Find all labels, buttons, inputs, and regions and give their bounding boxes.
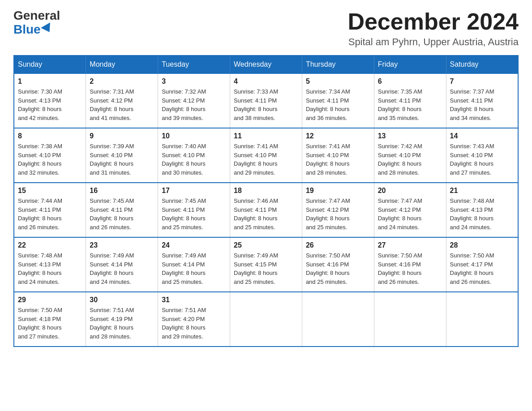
calendar-cell: 7 Sunrise: 7:37 AMSunset: 4:11 PMDayligh… bbox=[446, 73, 518, 128]
day-info: Sunrise: 7:41 AMSunset: 4:10 PMDaylight:… bbox=[306, 143, 350, 176]
day-info: Sunrise: 7:49 AMSunset: 4:14 PMDaylight:… bbox=[162, 252, 206, 285]
month-year-title: December 2024 bbox=[348, 9, 519, 34]
day-number: 18 bbox=[234, 187, 298, 195]
calendar-cell: 10 Sunrise: 7:40 AMSunset: 4:10 PMDaylig… bbox=[158, 128, 230, 183]
calendar-cell: 20 Sunrise: 7:47 AMSunset: 4:12 PMDaylig… bbox=[374, 183, 446, 237]
weekday-header-monday: Monday bbox=[86, 56, 158, 73]
calendar-cell: 21 Sunrise: 7:48 AMSunset: 4:13 PMDaylig… bbox=[446, 183, 518, 237]
day-info: Sunrise: 7:51 AMSunset: 4:20 PMDaylight:… bbox=[162, 307, 206, 340]
day-number: 16 bbox=[90, 187, 154, 195]
day-info: Sunrise: 7:40 AMSunset: 4:10 PMDaylight:… bbox=[162, 143, 206, 176]
calendar-cell: 12 Sunrise: 7:41 AMSunset: 4:10 PMDaylig… bbox=[302, 128, 374, 183]
calendar-cell: 29 Sunrise: 7:50 AMSunset: 4:18 PMDaylig… bbox=[14, 292, 86, 347]
day-info: Sunrise: 7:31 AMSunset: 4:12 PMDaylight:… bbox=[90, 88, 134, 121]
day-info: Sunrise: 7:46 AMSunset: 4:11 PMDaylight:… bbox=[234, 197, 278, 231]
day-info: Sunrise: 7:35 AMSunset: 4:11 PMDaylight:… bbox=[378, 88, 422, 121]
calendar-cell: 16 Sunrise: 7:45 AMSunset: 4:11 PMDaylig… bbox=[86, 183, 158, 237]
week-row-4: 22 Sunrise: 7:48 AMSunset: 4:13 PMDaylig… bbox=[14, 237, 518, 292]
calendar-cell: 28 Sunrise: 7:50 AMSunset: 4:17 PMDaylig… bbox=[446, 237, 518, 292]
calendar-cell: 25 Sunrise: 7:49 AMSunset: 4:15 PMDaylig… bbox=[230, 237, 302, 292]
calendar-cell: 22 Sunrise: 7:48 AMSunset: 4:13 PMDaylig… bbox=[14, 237, 86, 292]
day-number: 29 bbox=[18, 296, 82, 304]
calendar-cell: 19 Sunrise: 7:47 AMSunset: 4:12 PMDaylig… bbox=[302, 183, 374, 237]
weekday-header-saturday: Saturday bbox=[446, 56, 518, 73]
calendar-cell: 5 Sunrise: 7:34 AMSunset: 4:11 PMDayligh… bbox=[302, 73, 374, 128]
day-number: 24 bbox=[162, 241, 226, 249]
day-number: 25 bbox=[234, 241, 298, 249]
calendar-cell: 13 Sunrise: 7:42 AMSunset: 4:10 PMDaylig… bbox=[374, 128, 446, 183]
day-number: 17 bbox=[162, 187, 226, 195]
calendar-cell: 9 Sunrise: 7:39 AMSunset: 4:10 PMDayligh… bbox=[86, 128, 158, 183]
calendar-cell: 14 Sunrise: 7:43 AMSunset: 4:10 PMDaylig… bbox=[446, 128, 518, 183]
logo: General Blue bbox=[13, 9, 60, 37]
day-info: Sunrise: 7:50 AMSunset: 4:17 PMDaylight:… bbox=[450, 252, 494, 285]
day-info: Sunrise: 7:41 AMSunset: 4:10 PMDaylight:… bbox=[234, 143, 278, 176]
weekday-header-sunday: Sunday bbox=[14, 56, 86, 73]
day-info: Sunrise: 7:37 AMSunset: 4:11 PMDaylight:… bbox=[450, 88, 494, 121]
day-number: 11 bbox=[234, 132, 298, 140]
calendar-cell: 24 Sunrise: 7:49 AMSunset: 4:14 PMDaylig… bbox=[158, 237, 230, 292]
page-header: General Blue December 2024 Spital am Pyh… bbox=[13, 9, 519, 48]
day-number: 26 bbox=[306, 241, 370, 249]
day-info: Sunrise: 7:48 AMSunset: 4:13 PMDaylight:… bbox=[450, 197, 494, 231]
week-row-2: 8 Sunrise: 7:38 AMSunset: 4:10 PMDayligh… bbox=[14, 128, 518, 183]
calendar-cell: 3 Sunrise: 7:32 AMSunset: 4:12 PMDayligh… bbox=[158, 73, 230, 128]
calendar-cell: 27 Sunrise: 7:50 AMSunset: 4:16 PMDaylig… bbox=[374, 237, 446, 292]
day-number: 12 bbox=[306, 132, 370, 140]
calendar-cell bbox=[302, 292, 374, 347]
day-info: Sunrise: 7:33 AMSunset: 4:11 PMDaylight:… bbox=[234, 88, 278, 121]
calendar-cell: 1 Sunrise: 7:30 AMSunset: 4:13 PMDayligh… bbox=[14, 73, 86, 128]
calendar-cell: 31 Sunrise: 7:51 AMSunset: 4:20 PMDaylig… bbox=[158, 292, 230, 347]
calendar-cell: 6 Sunrise: 7:35 AMSunset: 4:11 PMDayligh… bbox=[374, 73, 446, 128]
day-number: 4 bbox=[234, 77, 298, 86]
weekday-header-friday: Friday bbox=[374, 56, 446, 73]
day-info: Sunrise: 7:30 AMSunset: 4:13 PMDaylight:… bbox=[18, 88, 62, 121]
calendar-cell: 4 Sunrise: 7:33 AMSunset: 4:11 PMDayligh… bbox=[230, 73, 302, 128]
calendar-cell: 18 Sunrise: 7:46 AMSunset: 4:11 PMDaylig… bbox=[230, 183, 302, 237]
logo-blue-text: Blue bbox=[13, 23, 60, 37]
day-info: Sunrise: 7:51 AMSunset: 4:19 PMDaylight:… bbox=[90, 307, 134, 340]
day-number: 22 bbox=[18, 241, 82, 249]
calendar-cell: 11 Sunrise: 7:41 AMSunset: 4:10 PMDaylig… bbox=[230, 128, 302, 183]
calendar-cell: 8 Sunrise: 7:38 AMSunset: 4:10 PMDayligh… bbox=[14, 128, 86, 183]
day-number: 31 bbox=[162, 296, 226, 304]
calendar-cell: 17 Sunrise: 7:45 AMSunset: 4:11 PMDaylig… bbox=[158, 183, 230, 237]
day-number: 27 bbox=[378, 241, 442, 249]
day-number: 9 bbox=[90, 132, 154, 140]
day-info: Sunrise: 7:47 AMSunset: 4:12 PMDaylight:… bbox=[378, 197, 422, 231]
day-info: Sunrise: 7:49 AMSunset: 4:15 PMDaylight:… bbox=[234, 252, 278, 285]
day-info: Sunrise: 7:38 AMSunset: 4:10 PMDaylight:… bbox=[18, 143, 62, 176]
day-number: 7 bbox=[450, 77, 514, 86]
day-number: 19 bbox=[306, 187, 370, 195]
day-info: Sunrise: 7:44 AMSunset: 4:11 PMDaylight:… bbox=[18, 197, 62, 231]
day-number: 20 bbox=[378, 187, 442, 195]
logo-triangle-icon bbox=[41, 22, 54, 35]
day-number: 30 bbox=[90, 296, 154, 304]
day-number: 13 bbox=[378, 132, 442, 140]
day-info: Sunrise: 7:49 AMSunset: 4:14 PMDaylight:… bbox=[90, 252, 134, 285]
calendar-cell: 26 Sunrise: 7:50 AMSunset: 4:16 PMDaylig… bbox=[302, 237, 374, 292]
weekday-header-tuesday: Tuesday bbox=[158, 56, 230, 73]
day-info: Sunrise: 7:50 AMSunset: 4:18 PMDaylight:… bbox=[18, 307, 62, 340]
day-info: Sunrise: 7:45 AMSunset: 4:11 PMDaylight:… bbox=[90, 197, 134, 231]
day-number: 14 bbox=[450, 132, 514, 140]
day-info: Sunrise: 7:48 AMSunset: 4:13 PMDaylight:… bbox=[18, 252, 62, 285]
calendar-table: SundayMondayTuesdayWednesdayThursdayFrid… bbox=[13, 55, 519, 347]
title-area: December 2024 Spital am Pyhrn, Upper Aus… bbox=[348, 9, 519, 48]
calendar-cell: 15 Sunrise: 7:44 AMSunset: 4:11 PMDaylig… bbox=[14, 183, 86, 237]
week-row-3: 15 Sunrise: 7:44 AMSunset: 4:11 PMDaylig… bbox=[14, 183, 518, 237]
weekday-header-row: SundayMondayTuesdayWednesdayThursdayFrid… bbox=[14, 56, 518, 73]
location-subtitle: Spital am Pyhrn, Upper Austria, Austria bbox=[348, 36, 519, 48]
day-number: 6 bbox=[378, 77, 442, 86]
day-info: Sunrise: 7:34 AMSunset: 4:11 PMDaylight:… bbox=[306, 88, 350, 121]
day-info: Sunrise: 7:50 AMSunset: 4:16 PMDaylight:… bbox=[306, 252, 350, 285]
day-info: Sunrise: 7:50 AMSunset: 4:16 PMDaylight:… bbox=[378, 252, 422, 285]
weekday-header-thursday: Thursday bbox=[302, 56, 374, 73]
day-number: 28 bbox=[450, 241, 514, 249]
day-info: Sunrise: 7:43 AMSunset: 4:10 PMDaylight:… bbox=[450, 143, 494, 176]
calendar-cell: 2 Sunrise: 7:31 AMSunset: 4:12 PMDayligh… bbox=[86, 73, 158, 128]
day-info: Sunrise: 7:42 AMSunset: 4:10 PMDaylight:… bbox=[378, 143, 422, 176]
calendar-cell bbox=[446, 292, 518, 347]
calendar-cell: 30 Sunrise: 7:51 AMSunset: 4:19 PMDaylig… bbox=[86, 292, 158, 347]
calendar-cell: 23 Sunrise: 7:49 AMSunset: 4:14 PMDaylig… bbox=[86, 237, 158, 292]
